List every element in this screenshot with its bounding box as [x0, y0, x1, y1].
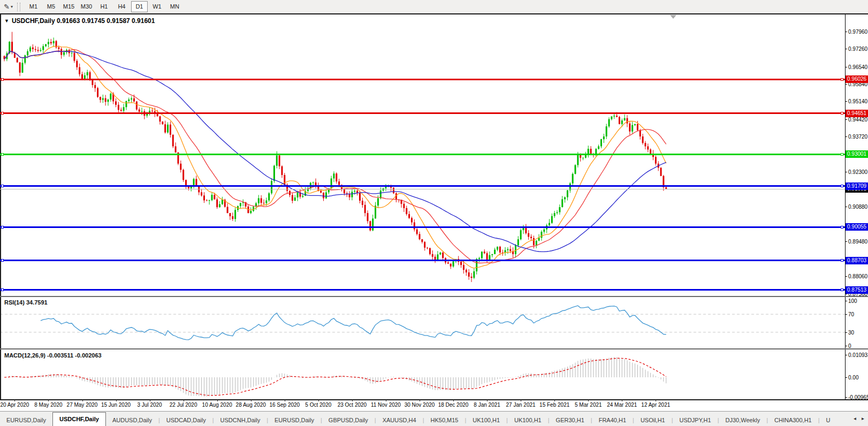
level-line-handle[interactable] — [1, 226, 4, 229]
chart-tab-usdcad-daily[interactable]: USDCAD,Daily — [160, 415, 212, 426]
chart-tab-u[interactable]: U — [820, 415, 837, 426]
level-line-handle[interactable] — [1, 288, 4, 291]
level-line-handle[interactable] — [841, 78, 843, 81]
rsi-tick-label: 100 — [848, 298, 857, 304]
chart-tab-usoil-h1[interactable]: USOil,H1 — [634, 415, 672, 426]
price-level-label: 0.94651 — [846, 110, 868, 117]
chart-tab-uk100-h1[interactable]: UK100,H1 — [508, 415, 548, 426]
chart-title-text: USDCHF,Daily 0.91663 0.91745 0.91587 0.9… — [12, 17, 155, 25]
rsi-tick-mark — [845, 332, 847, 333]
chart-tab-ger30-h1[interactable]: GER30,H1 — [550, 415, 591, 426]
timeframe-button-m30[interactable]: M30 — [78, 1, 95, 12]
level-line-handle[interactable] — [1, 185, 4, 187]
macd-tick-label: 0.00 — [848, 375, 858, 381]
level-line-handle[interactable] — [841, 259, 843, 262]
rsi-tick-mark — [845, 301, 847, 301]
price-level-label: 0.88703 — [846, 257, 868, 264]
candlestick-plot — [0, 16, 845, 295]
pen-tool-icon: ✎ — [4, 3, 10, 11]
chart-dropdown-icon[interactable]: ▼ — [4, 18, 9, 24]
chart-tab-audusd-daily[interactable]: AUDUSD,Daily — [106, 415, 158, 426]
level-line-0.96026[interactable] — [0, 79, 845, 80]
level-line-handle[interactable] — [1, 259, 4, 262]
level-line-handle[interactable] — [841, 185, 843, 187]
chart-title: ▼USDCHF,Daily 0.91663 0.91745 0.91587 0.… — [4, 17, 155, 25]
chart-tab-usdjpy-h1[interactable]: USDJPY,H1 — [673, 415, 718, 426]
timeframe-button-d1[interactable]: D1 — [131, 1, 148, 12]
level-line-handle[interactable] — [841, 288, 843, 291]
chart-tab-eurusd-daily[interactable]: EURUSD,Daily — [0, 415, 52, 426]
price-level-label: 0.96026 — [846, 75, 868, 83]
chart-tab-usdcnh-daily[interactable]: USDCNH,Daily — [214, 415, 267, 426]
price-tick-label: 0.89480 — [848, 239, 867, 245]
level-line-handle[interactable] — [841, 153, 843, 156]
bid-price-line — [0, 189, 845, 189]
price-level-label: 0.93001 — [846, 150, 868, 158]
level-line-handle[interactable] — [841, 226, 843, 229]
level-line-handle[interactable] — [841, 112, 843, 115]
level-line-0.93001[interactable] — [0, 154, 845, 155]
price-chart-panel[interactable] — [0, 16, 845, 295]
price-level-label: 0.91709 — [846, 182, 868, 190]
rsi-tick-label: 0 — [848, 343, 851, 349]
price-tick-label: 0.97260 — [848, 46, 867, 52]
chart-tab-gbpusd-daily[interactable]: GBPUSD,Daily — [322, 415, 375, 426]
tab-scroll-left-icon[interactable]: ◄ — [851, 414, 859, 423]
timeframe-button-h1[interactable]: H1 — [96, 1, 112, 12]
timeframe-toolbar: M1M5M15M30H1H4D1W1MN — [25, 1, 184, 12]
price-tick-mark — [845, 207, 847, 207]
toolbar: ✎ ▾ M1M5M15M30H1H4D1W1MN — [0, 0, 868, 13]
level-line-0.94651[interactable] — [0, 112, 845, 114]
mt4-window: ✎ ▾ M1M5M15M30H1H4D1W1MN ▼USDCHF,Daily 0… — [0, 0, 868, 426]
timeframe-button-m5[interactable]: M5 — [43, 1, 59, 12]
price-tick-label: 0.96540 — [848, 64, 867, 70]
level-line-0.87513[interactable] — [0, 289, 845, 291]
timeframe-button-w1[interactable]: W1 — [149, 1, 165, 12]
price-tick-mark — [845, 119, 847, 120]
timeframe-button-m15[interactable]: M15 — [60, 1, 77, 12]
price-level-label: 0.90055 — [846, 223, 868, 231]
chart-tab-china300-h1[interactable]: CHINA300,H1 — [768, 415, 818, 426]
macd-panel[interactable] — [0, 349, 845, 399]
caret-down-icon: ▾ — [11, 4, 13, 9]
chart-tab-hk50-m15[interactable]: HK50,M15 — [424, 415, 465, 426]
chart-frame-top — [0, 13, 868, 14]
rsi-tick-label: 30 — [848, 330, 854, 336]
level-line-handle[interactable] — [1, 78, 4, 81]
chart-tab-bar: EURUSD,DailyUSDCHF,DailyAUDUSD,Daily|USD… — [0, 411, 868, 426]
toolbar-grip — [17, 3, 20, 11]
rsi-plot — [0, 298, 845, 348]
price-tick-label: 0.95140 — [848, 98, 867, 104]
price-tick-mark — [845, 172, 847, 172]
chart-tab-eurusd-daily[interactable]: EURUSD,Daily — [268, 415, 321, 426]
price-tick-label: 0.97960 — [848, 29, 867, 35]
macd-tick-label: 0.010933 — [848, 352, 868, 358]
rsi-tick-mark — [845, 314, 847, 315]
macd-tick-label: -0.009653 — [848, 394, 868, 400]
chart-tab-dj30-weekly[interactable]: DJ30,Weekly — [719, 415, 767, 426]
level-line-handle[interactable] — [1, 153, 4, 156]
price-tick-label: 0.90880 — [848, 204, 867, 210]
chart-tab-xauusd-h4[interactable]: XAUUSD,H4 — [376, 415, 423, 426]
level-line-0.91709[interactable] — [0, 185, 845, 187]
tab-scroll-right-icon[interactable]: ► — [859, 414, 867, 423]
chart-tab-uk100-h1[interactable]: UK100,H1 — [466, 415, 506, 426]
chart-tab-fra40-h1[interactable]: FRA40,H1 — [592, 415, 633, 426]
rsi-tick-label: 70 — [848, 311, 854, 317]
chart-shift-marker-icon[interactable] — [670, 15, 676, 19]
macd-tick-mark — [845, 355, 847, 355]
timeframe-button-m1[interactable]: M1 — [25, 1, 42, 12]
price-level-label: 0.87513 — [846, 286, 868, 294]
price-tick-mark — [845, 67, 847, 67]
timeframe-button-h4[interactable]: H4 — [113, 1, 130, 12]
macd-label: MACD(12,26,9) -0.003511 -0.002063 — [4, 352, 102, 359]
level-line-0.88703[interactable] — [0, 260, 845, 261]
draw-tool-button[interactable]: ✎ ▾ — [2, 2, 15, 12]
rsi-panel[interactable] — [0, 298, 845, 348]
price-tick-mark — [845, 276, 847, 277]
price-tick-label: 0.93720 — [848, 134, 867, 140]
level-line-0.90055[interactable] — [0, 226, 845, 228]
chart-tab-usdchf-daily[interactable]: USDCHF,Daily — [52, 412, 106, 426]
timeframe-button-mn[interactable]: MN — [166, 1, 183, 12]
level-line-handle[interactable] — [1, 112, 4, 115]
